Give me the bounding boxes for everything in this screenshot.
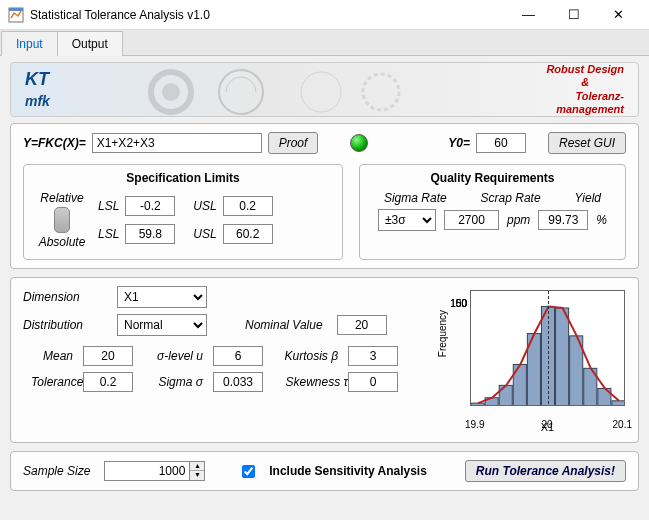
lsl-abs-input[interactable] xyxy=(125,224,175,244)
skewness-label: Skewness τ xyxy=(273,375,348,389)
tolerance-label: Tolerance t xyxy=(23,375,90,389)
sigma-rate-label: Sigma Rate xyxy=(384,191,447,205)
nominal-label: Nominal Value xyxy=(245,318,323,332)
svg-rect-17 xyxy=(612,401,624,405)
lsl-rel-input[interactable] xyxy=(125,196,175,216)
distribution-chart: Frequency 150 100 50 0 19.9 20 20.1 X1 xyxy=(470,290,625,406)
usl-abs-input[interactable] xyxy=(223,224,273,244)
scrap-rate-label: Scrap Rate xyxy=(481,191,541,205)
maximize-button[interactable]: ☐ xyxy=(551,1,596,29)
dimension-select[interactable]: X1 xyxy=(117,286,207,308)
relative-absolute-slider[interactable] xyxy=(54,207,70,233)
svg-rect-9 xyxy=(499,385,512,405)
tab-input[interactable]: Input xyxy=(1,31,58,56)
window-title: Statistical Tolerance Analysis v1.0 xyxy=(30,8,506,22)
svg-rect-13 xyxy=(556,308,569,405)
include-sensitivity-checkbox[interactable] xyxy=(242,465,255,478)
tolerance-input[interactable] xyxy=(83,372,133,392)
spinner-up[interactable]: ▲ xyxy=(190,462,204,471)
nominal-input[interactable] xyxy=(337,315,387,335)
sample-size-spinner[interactable]: ▲▼ xyxy=(104,461,205,481)
banner-text: Robust Design & Toleranz- management xyxy=(546,63,624,116)
tab-output[interactable]: Output xyxy=(57,31,123,56)
lsl-rel-label: LSL xyxy=(98,199,119,213)
scrap-rate-input[interactable] xyxy=(444,210,499,230)
kurtosis-label: Kurtosis β xyxy=(273,349,338,363)
relative-label: Relative xyxy=(34,191,90,205)
sigma-label: Sigma σ xyxy=(143,375,203,389)
usl-rel-input[interactable] xyxy=(223,196,273,216)
banner-artwork xyxy=(141,67,461,117)
absolute-label: Absolute xyxy=(34,235,90,249)
kurtosis-input[interactable] xyxy=(348,346,398,366)
svg-point-3 xyxy=(162,83,180,101)
run-analysis-button[interactable]: Run Tolerance Analysis! xyxy=(465,460,626,482)
sigma-level-input[interactable] xyxy=(213,346,263,366)
fkc-input[interactable] xyxy=(92,133,262,153)
mean-input[interactable] xyxy=(83,346,133,366)
dimension-label: Dimension xyxy=(23,290,103,304)
sigma-rate-select[interactable]: ±3σ xyxy=(378,209,436,231)
qual-title: Quality Requirements xyxy=(370,171,615,185)
spec-title: Specification Limits xyxy=(34,171,332,185)
tab-bar: Input Output xyxy=(0,30,649,56)
distribution-select[interactable]: Normal xyxy=(117,314,207,336)
usl-abs-label: USL xyxy=(193,227,216,241)
y0-input[interactable] xyxy=(476,133,526,153)
svg-point-6 xyxy=(363,74,399,110)
svg-rect-1 xyxy=(9,8,23,11)
sample-size-label: Sample Size xyxy=(23,464,90,478)
lsl-abs-label: LSL xyxy=(98,227,119,241)
app-icon xyxy=(8,7,24,23)
distribution-label: Distribution xyxy=(23,318,103,332)
titlebar: Statistical Tolerance Analysis v1.0 — ☐ … xyxy=(0,0,649,30)
close-button[interactable]: ✕ xyxy=(596,1,641,29)
mean-label: Mean xyxy=(23,349,73,363)
logo-kt-mfk: KT mfk xyxy=(25,69,50,111)
reset-gui-button[interactable]: Reset GUI xyxy=(548,132,626,154)
sigma-level-label: σ-level u xyxy=(143,349,203,363)
status-led xyxy=(350,134,368,152)
y0-label: Y0= xyxy=(448,136,470,150)
fkc-label: Y=FKC(X)= xyxy=(23,136,86,150)
minimize-button[interactable]: — xyxy=(506,1,551,29)
pct-label: % xyxy=(596,213,607,227)
sigma-input[interactable] xyxy=(213,372,263,392)
usl-rel-label: USL xyxy=(193,199,216,213)
skewness-input[interactable] xyxy=(348,372,398,392)
yield-label: Yield xyxy=(575,191,601,205)
proof-button[interactable]: Proof xyxy=(268,132,319,154)
yield-input[interactable] xyxy=(538,210,588,230)
ppm-label: ppm xyxy=(507,213,530,227)
svg-point-5 xyxy=(301,72,341,112)
header-banner: KT mfk Robust Design & Toleranz- managem… xyxy=(10,62,639,117)
spinner-down[interactable]: ▼ xyxy=(190,471,204,480)
include-sensitivity-label: Include Sensitivity Analysis xyxy=(269,464,427,478)
sample-size-input[interactable] xyxy=(104,461,189,481)
svg-rect-7 xyxy=(471,403,484,405)
chart-xlabel: X1 xyxy=(471,421,624,433)
chart-ylabel: Frequency xyxy=(437,310,448,357)
